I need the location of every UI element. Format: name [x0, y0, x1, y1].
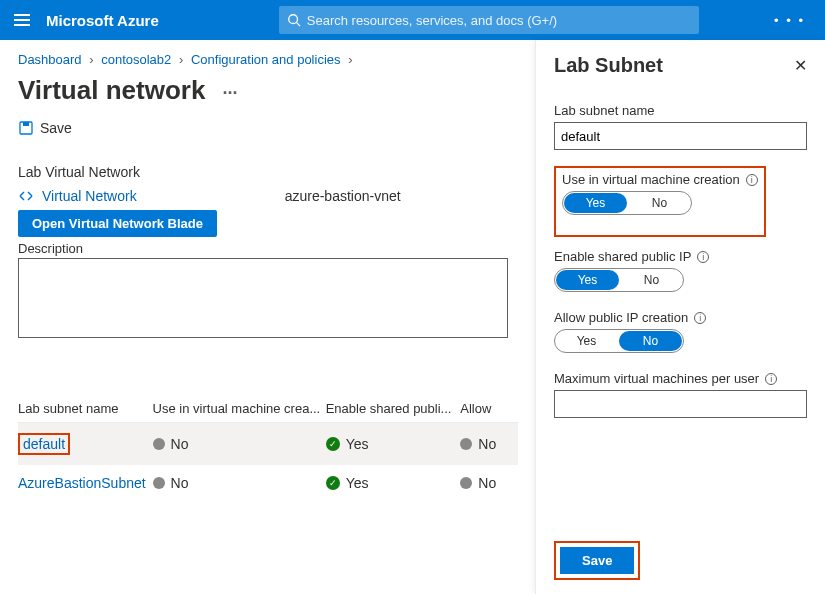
status-dot-gray-icon [460, 477, 472, 489]
status-check-icon: ✓ [326, 437, 340, 451]
breadcrumb-dashboard[interactable]: Dashboard [18, 52, 82, 67]
label-shared-ip: Enable shared public IPi [554, 249, 807, 264]
vnet-icon [18, 190, 34, 202]
search-icon [287, 13, 301, 27]
description-textarea[interactable] [18, 258, 508, 338]
subnet-name-link[interactable]: default [18, 433, 70, 455]
status-use: No [153, 436, 326, 452]
status-dot-gray-icon [460, 438, 472, 450]
toggle-no[interactable]: No [619, 331, 682, 351]
status-use: No [153, 475, 326, 491]
chevron-right-icon: › [179, 52, 183, 67]
max-vm-input[interactable] [554, 390, 807, 418]
table-row[interactable]: default No ✓Yes No [18, 423, 518, 465]
status-allow: No [460, 475, 518, 491]
subnet-name-input[interactable] [554, 122, 807, 150]
subnet-table: Lab subnet name Use in virtual machine c… [18, 395, 518, 501]
chevron-right-icon: › [348, 52, 352, 67]
info-icon[interactable]: i [694, 312, 706, 324]
info-icon[interactable]: i [697, 251, 709, 263]
status-allow: No [460, 436, 518, 452]
info-icon[interactable]: i [746, 174, 758, 186]
virtual-network-label: Virtual Network [42, 188, 137, 204]
col-shared-ip[interactable]: Enable shared publi... [326, 401, 461, 416]
toggle-no[interactable]: No [628, 192, 691, 214]
toggle-allow-ip[interactable]: Yes No [554, 329, 684, 353]
status-dot-gray-icon [153, 477, 165, 489]
col-allow[interactable]: Allow [460, 401, 518, 416]
label-allow-ip: Allow public IP creationi [554, 310, 807, 325]
toggle-yes[interactable]: Yes [556, 270, 619, 290]
toggle-yes[interactable]: Yes [555, 330, 618, 352]
save-icon [18, 120, 34, 136]
table-row[interactable]: AzureBastionSubnet No ✓Yes No [18, 465, 518, 501]
vnet-name-value: azure-bastion-vnet [285, 188, 401, 204]
status-shared: ✓Yes [326, 436, 461, 452]
breadcrumb-config[interactable]: Configuration and policies [191, 52, 341, 67]
status-check-icon: ✓ [326, 476, 340, 490]
toggle-use-vm[interactable]: Yes No [562, 191, 692, 215]
page-more-icon[interactable]: ··· [223, 83, 238, 103]
panel-title: Lab Subnet [554, 54, 663, 77]
table-header: Lab subnet name Use in virtual machine c… [18, 395, 518, 423]
search-input[interactable] [307, 13, 691, 28]
global-search[interactable] [279, 6, 699, 34]
toggle-yes[interactable]: Yes [564, 193, 627, 213]
svg-point-0 [289, 15, 298, 24]
page-title: Virtual network [18, 75, 205, 105]
open-vnet-blade-button[interactable]: Open Virtual Network Blade [18, 210, 217, 237]
label-use-vm: Use in virtual machine creationi [562, 172, 758, 187]
svg-rect-3 [23, 122, 29, 126]
label-max-vm: Maximum virtual machines per useri [554, 371, 807, 386]
svg-line-1 [296, 23, 300, 27]
chevron-right-icon: › [89, 52, 93, 67]
brand-label: Microsoft Azure [46, 12, 159, 29]
panel-save-button[interactable]: Save [560, 547, 634, 574]
col-subnet-name[interactable]: Lab subnet name [18, 401, 153, 416]
col-use-vm[interactable]: Use in virtual machine crea... [153, 401, 326, 416]
status-dot-gray-icon [153, 438, 165, 450]
menu-icon[interactable] [10, 10, 34, 30]
top-navbar: Microsoft Azure • • • [0, 0, 825, 40]
overflow-menu-icon[interactable]: • • • [764, 13, 815, 28]
toggle-shared-ip[interactable]: Yes No [554, 268, 684, 292]
close-icon[interactable]: ✕ [794, 56, 807, 75]
status-shared: ✓Yes [326, 475, 461, 491]
label-subnet-name: Lab subnet name [554, 103, 807, 118]
toggle-no[interactable]: No [620, 269, 683, 291]
save-button[interactable]: Save [18, 120, 72, 136]
subnet-name-link[interactable]: AzureBastionSubnet [18, 475, 146, 491]
info-icon[interactable]: i [765, 373, 777, 385]
breadcrumb-lab[interactable]: contosolab2 [101, 52, 171, 67]
lab-subnet-panel: Lab Subnet ✕ Lab subnet name Use in virt… [535, 40, 825, 594]
